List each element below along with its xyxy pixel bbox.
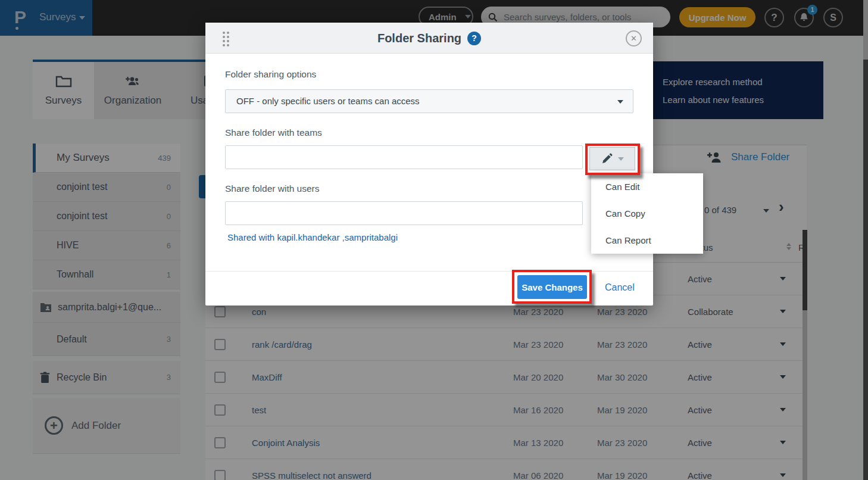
chevron-down-icon [618,157,624,161]
modal-title-wrap: Folder Sharing ? [205,23,653,54]
shared-with-note: Shared with kapil.khandekar ,sampritabal… [227,232,398,242]
teams-label: Share folder with teams [225,127,322,138]
folder-sharing-modal: Folder Sharing ? ✕ Folder sharing option… [205,23,653,306]
save-changes-button[interactable]: Save Changes [517,275,587,299]
teams-input[interactable] [225,145,583,169]
modal-title: Folder Sharing [377,32,461,45]
sharing-options-label: Folder sharing options [225,69,316,80]
modal-header: Folder Sharing ? ✕ [205,23,653,54]
sharing-options-value: OFF - only specific users or teams can a… [236,96,420,106]
users-input[interactable] [225,201,583,225]
footer-divider [205,271,653,272]
permissions-menu: Can Edit Can Copy Can Report [591,173,703,254]
menu-item-can-edit[interactable]: Can Edit [591,173,703,200]
sharing-options-select[interactable]: OFF - only specific users or teams can a… [225,89,633,113]
users-label: Share folder with users [225,183,320,194]
chevron-down-icon [617,100,623,104]
cancel-link[interactable]: Cancel [605,282,635,293]
close-icon[interactable]: ✕ [626,30,642,46]
pencil-icon [601,153,613,165]
permissions-button[interactable] [589,147,635,170]
browser-scrollbar[interactable] [863,0,868,480]
scrollbar-thumb[interactable] [863,0,868,60]
menu-item-can-report[interactable]: Can Report [591,227,703,254]
screen: P Surveys Admin Upgrade Now ? 1 S Survey… [0,0,868,480]
help-icon[interactable]: ? [467,32,481,45]
menu-item-can-copy[interactable]: Can Copy [591,200,703,227]
